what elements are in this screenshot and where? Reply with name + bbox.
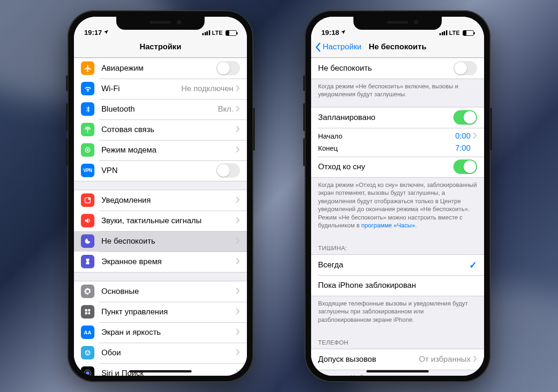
- scheduled-toggle[interactable]: [453, 110, 477, 125]
- silence-footer: Входящие телефонные вызовы и уведомления…: [311, 296, 484, 324]
- settings-row-group1-2[interactable]: BluetoothВкл.: [74, 99, 247, 120]
- check-icon: ✓: [469, 259, 477, 271]
- settings-row-group1-4[interactable]: Режим модема: [74, 140, 247, 160]
- hotspot-icon: [81, 143, 94, 157]
- toggle[interactable]: [216, 61, 240, 75]
- chevron-right-icon: [236, 85, 240, 93]
- row-label: Уведомления: [101, 196, 236, 205]
- chevron-right-icon: [236, 217, 240, 225]
- settings-row-group3-1[interactable]: Пункт управления: [74, 302, 247, 322]
- home-indicator[interactable]: [366, 370, 429, 372]
- svg-rect-5: [88, 309, 90, 312]
- svg-point-3: [88, 197, 91, 200]
- wallpaper-icon: [81, 346, 94, 359]
- signal-icon: [439, 30, 447, 35]
- general-icon: [81, 285, 94, 298]
- chevron-right-icon: [473, 132, 477, 140]
- chevron-right-icon: [236, 349, 240, 357]
- settings-row-group1-1[interactable]: Wi-FiНе подключен: [74, 79, 247, 99]
- row-label: Основные: [101, 287, 236, 296]
- svg-rect-4: [85, 309, 87, 312]
- settings-row-group3-0[interactable]: Основные: [74, 281, 247, 302]
- chevron-right-icon: [236, 308, 240, 316]
- silence-always-row[interactable]: Всегда ✓: [311, 255, 484, 275]
- row-detail: Вкл.: [218, 105, 233, 114]
- row-label: Wi-Fi: [101, 84, 181, 93]
- svg-point-7: [88, 312, 90, 314]
- settings-row-group1-5[interactable]: VPNVPN: [74, 160, 247, 181]
- allow-calls-row[interactable]: Допуск вызовов От избранных: [311, 349, 484, 370]
- dnd-toggle[interactable]: [453, 61, 477, 75]
- siri-icon: [81, 366, 94, 376]
- silence-locked-row[interactable]: Пока iPhone заблокирован: [311, 275, 484, 296]
- notch: [353, 17, 442, 30]
- dnd-label: Не беспокоить: [318, 64, 453, 73]
- bedtime-footer: Когда режим «Отход ко сну» включен, забл…: [311, 178, 484, 230]
- row-detail: Не подключен: [181, 84, 233, 93]
- chevron-right-icon: [236, 126, 240, 134]
- settings-row-group2-1[interactable]: Звуки, тактильные сигналы: [74, 211, 247, 231]
- bedtime-toggle[interactable]: [453, 159, 477, 174]
- chevron-right-icon: [473, 355, 477, 364]
- row-label: Bluetooth: [101, 105, 218, 114]
- settings-row-group2-0[interactable]: Уведомления: [74, 190, 247, 211]
- chevron-right-icon: [236, 328, 240, 337]
- display-icon: AA: [81, 326, 94, 339]
- end-time-row[interactable]: Конец 7:00: [311, 142, 484, 157]
- chevron-right-icon: [236, 146, 240, 154]
- network-label: LTE: [212, 30, 223, 36]
- row-label: Не беспокоить: [101, 237, 236, 246]
- silence-header: ТИШИНА:: [311, 238, 484, 254]
- status-time: 19:18: [321, 28, 339, 36]
- settings-row-group1-3[interactable]: Сотовая связь: [74, 120, 247, 140]
- back-label: Настройки: [323, 42, 361, 52]
- row-label: Пункт управления: [101, 307, 236, 317]
- svg-point-9: [86, 352, 87, 352]
- row-label: Экран и яркость: [101, 328, 236, 337]
- row-label: Экранное время: [101, 257, 236, 266]
- settings-row-group3-2[interactable]: AAЭкран и яркость: [74, 322, 247, 343]
- bedtime-row[interactable]: Отход ко сну: [311, 157, 484, 177]
- battery-icon: [463, 30, 474, 36]
- row-label: VPN: [101, 166, 216, 175]
- dnd-footer: Когда режим «Не беспокоить» включен, выз…: [311, 79, 484, 99]
- bluetooth-icon: [81, 102, 94, 116]
- page-title: Не беспокоить: [369, 42, 426, 52]
- silence-always-label: Всегда: [318, 260, 469, 270]
- location-icon: [103, 29, 109, 35]
- scheduled-row[interactable]: Запланировано: [311, 107, 484, 128]
- allow-label: Допуск вызовов: [318, 355, 419, 364]
- dnd-settings[interactable]: Не беспокоить Когда режим «Не беспокоить…: [311, 58, 484, 376]
- location-icon: [340, 29, 346, 35]
- row-label: Звуки, тактильные сигналы: [101, 216, 236, 226]
- signal-icon: [202, 30, 210, 35]
- back-button[interactable]: Настройки: [315, 42, 361, 52]
- dnd-toggle-row[interactable]: Не беспокоить: [311, 58, 484, 79]
- settings-row-group3-3[interactable]: Обои: [74, 343, 247, 363]
- phone-header: ТЕЛЕФОН: [311, 332, 484, 349]
- chevron-left-icon: [315, 42, 321, 52]
- settings-list[interactable]: АвиарежимWi-FiНе подключенBluetoothВкл.С…: [74, 58, 247, 376]
- vpn-icon: VPN: [81, 164, 94, 177]
- phone-right: 19:18 LTE Настройки Не беспокоить Не б: [305, 10, 491, 382]
- svg-point-11: [87, 353, 88, 354]
- settings-row-group3-4[interactable]: Siri и Поиск: [74, 363, 247, 376]
- settings-row-group2-2[interactable]: Не беспокоить: [74, 231, 247, 252]
- silence-locked-label: Пока iPhone заблокирован: [318, 281, 477, 290]
- start-time-row[interactable]: Начало 0:00: [311, 128, 484, 142]
- svg-point-13: [86, 372, 90, 375]
- row-label: Режим модема: [101, 146, 236, 155]
- toggle[interactable]: [216, 163, 240, 178]
- moon-icon: [81, 234, 94, 248]
- notifications-icon: [81, 193, 94, 207]
- row-label: Авиарежим: [101, 64, 216, 73]
- allow-value: От избранных: [419, 355, 471, 364]
- settings-row-group2-3[interactable]: Экранное время: [74, 252, 247, 272]
- home-indicator[interactable]: [129, 370, 192, 372]
- start-value: 0:00: [455, 132, 471, 141]
- clock-app-link[interactable]: программе «Часы»: [361, 222, 415, 229]
- row-label: Обои: [101, 348, 236, 358]
- start-label: Начало: [318, 132, 342, 140]
- settings-row-group1-0[interactable]: Авиарежим: [74, 58, 247, 79]
- end-label: Конец: [318, 144, 338, 152]
